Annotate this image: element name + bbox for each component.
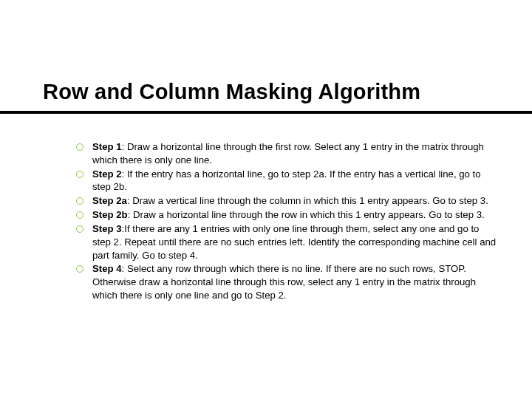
step-text: : Draw a vertical line through the colum… [127, 195, 488, 206]
list-item: Step 1: Draw a horizontal line through t… [92, 140, 499, 167]
step-text: : Draw a horizontal line through the fir… [92, 141, 484, 166]
step-text: : If the entry has a horizontal line, go… [92, 168, 481, 193]
step-label: Step 2a [92, 195, 127, 206]
list-item: Step 2a: Draw a vertical line through th… [92, 194, 499, 208]
title-underline [0, 111, 532, 114]
step-label: Step 2 [92, 168, 122, 180]
step-label: Step 1 [92, 141, 122, 152]
slide: Row and Column Masking Algorithm Step 1:… [0, 0, 532, 399]
step-label: Step 2b [92, 209, 128, 220]
slide-body: Step 1: Draw a horizontal line through t… [92, 140, 499, 303]
step-text: :If there are any 1 entries with only on… [92, 223, 496, 261]
list-item: Step 2b: Draw a horizontal line through … [92, 208, 499, 222]
list-item: Step 3:If there are any 1 entries with o… [92, 222, 499, 262]
list-item: Step 4: Select any row through which the… [92, 262, 499, 301]
list-item: Step 2: If the entry has a horizontal li… [92, 168, 499, 194]
step-text: : Draw a horizontal line through the row… [128, 209, 485, 220]
step-text: : Select any row through which there is … [92, 263, 476, 301]
step-label: Step 4 [92, 263, 122, 274]
step-label: Step 3 [92, 223, 122, 234]
slide-title: Row and Column Masking Algorithm [43, 80, 420, 104]
